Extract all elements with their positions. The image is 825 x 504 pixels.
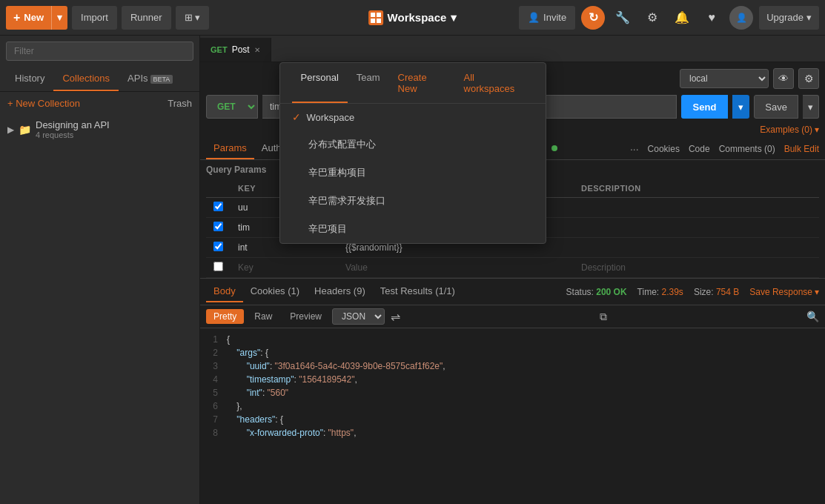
bulk-edit-link[interactable]: Bulk Edit (784, 144, 819, 154)
row-checkbox-3[interactable] (213, 262, 223, 271)
workspace-item-label: Workspace (307, 112, 355, 123)
response-tab-test-results[interactable]: Test Results (1/1) (373, 281, 463, 302)
invite-button[interactable]: 👤 Invite (519, 6, 575, 30)
row-checkbox-1[interactable] (213, 222, 223, 231)
gear-button[interactable]: ⚙ (798, 68, 819, 89)
row-value-3[interactable]: Value (338, 258, 574, 278)
save-response-button[interactable]: Save Response ▾ (749, 287, 819, 297)
copy-button[interactable]: ⧉ (600, 311, 607, 323)
tab-apis[interactable]: APIsBETA (119, 67, 182, 91)
code-line-6: 6 }, (200, 401, 825, 414)
code-line-3: 3 "uuid": "3f0a1646-5a4c-4039-9b0e-8575c… (200, 361, 825, 374)
new-button[interactable]: + New ▾ (6, 6, 67, 30)
trash-button[interactable]: Trash (168, 98, 192, 109)
dropdown-create-new[interactable]: Create New (389, 63, 455, 103)
request-tab-active[interactable]: GET Post ✕ (200, 38, 271, 62)
heart-icon[interactable]: ♥ (700, 6, 723, 30)
new-label: New (24, 12, 44, 23)
comments-link[interactable]: Comments (0) (719, 144, 775, 154)
row-checkbox-0[interactable] (213, 202, 223, 211)
upgrade-label: Upgrade (766, 12, 804, 23)
tab-collections[interactable]: Collections (53, 67, 119, 91)
bell-icon[interactable]: 🔔 (670, 6, 694, 30)
env-selector[interactable]: local (680, 69, 769, 88)
code-line-2: 2 "args": { (200, 348, 825, 361)
workspace-item-2[interactable]: 辛巴重构项目 (280, 159, 546, 187)
avatar[interactable]: 👤 (729, 6, 753, 30)
svg-rect-1 (377, 13, 381, 17)
upgrade-button[interactable]: Upgrade ▾ (759, 6, 819, 30)
tab-history[interactable]: History (6, 67, 53, 91)
params-tab-params[interactable]: Params (206, 138, 254, 159)
runner-button[interactable]: Runner (122, 6, 171, 30)
workspace-item-1[interactable]: 分布式配置中心 (280, 130, 546, 159)
workspace-icon (368, 10, 383, 25)
col-description-header: DESCRIPTION (574, 179, 819, 198)
examples-link[interactable]: Examples (0) ▾ (760, 125, 819, 135)
workspace-item-3[interactable]: 辛巴需求开发接口 (280, 187, 546, 215)
size-label: Size: 754 B (694, 287, 739, 297)
close-tab-icon[interactable]: ✕ (254, 46, 260, 54)
collection-item[interactable]: ▶ 📁 Designing an API 4 requests (0, 115, 199, 144)
workspace-item-4[interactable]: 辛巴项目 (280, 215, 546, 243)
workspace-item-0[interactable]: ✓ Workspace (280, 104, 546, 130)
folder-icon: 📁 (19, 124, 31, 136)
layout-button[interactable]: ⊞ ▾ (176, 6, 210, 30)
response-tab-body[interactable]: Body (206, 281, 243, 302)
response-area: Body Cookies (1) Headers (9) Test Result… (200, 278, 825, 504)
sync-button[interactable]: ↻ (581, 6, 605, 30)
tab-bar: GET Post ✕ (200, 36, 825, 62)
method-selector[interactable]: GET (206, 95, 258, 119)
save-button[interactable]: Save (754, 95, 798, 119)
pretty-button[interactable]: Pretty (206, 309, 244, 324)
row-desc-0[interactable] (574, 198, 819, 218)
dropdown-tab-personal[interactable]: Personal (292, 63, 348, 103)
row-key-3[interactable]: Key (231, 258, 338, 278)
response-tab-headers[interactable]: Headers (9) (307, 281, 373, 302)
send-arrow-button[interactable]: ▾ (732, 95, 749, 119)
size-value: 754 B (716, 287, 739, 297)
sidebar-search (0, 36, 199, 67)
new-collection-button[interactable]: + New Collection (7, 98, 80, 109)
workspace-button[interactable]: Workspace ▾ (368, 10, 457, 25)
dropdown-all-workspaces[interactable]: All workspaces (455, 63, 534, 103)
cookies-code-link[interactable]: Cookies (648, 144, 680, 154)
invite-icon: 👤 (528, 12, 540, 23)
code-link[interactable]: Code (689, 144, 710, 154)
search-response-button[interactable]: 🔍 (806, 311, 819, 322)
code-line-1: 1 { (200, 334, 825, 348)
code-area: 1 { 2 "args": { 3 "uuid": "3f0a1646-5a4c… (200, 328, 825, 504)
workspace-label: Workspace (388, 11, 447, 24)
params-right-actions: ··· Cookies Code Comments (0) Bulk Edit (630, 138, 819, 159)
status-value: 200 OK (596, 287, 626, 297)
format-selector[interactable]: JSON (332, 308, 385, 325)
more-icon[interactable]: ··· (630, 143, 639, 155)
response-tab-cookies[interactable]: Cookies (1) (243, 281, 307, 302)
row-desc-3[interactable]: Description (574, 258, 819, 278)
eye-button[interactable]: 👁 (773, 68, 794, 89)
wrap-button[interactable]: ⇌ (391, 310, 400, 324)
row-desc-1[interactable] (574, 218, 819, 238)
search-input[interactable] (6, 42, 193, 61)
row-checkbox-2[interactable] (213, 242, 223, 251)
dropdown-items: ✓ Workspace 分布式配置中心 辛巴重构项目 辛巴需求开发接口 辛巴项目 (280, 104, 546, 243)
examples-chevron-icon: ▾ (815, 125, 819, 135)
invite-label: Invite (543, 12, 566, 23)
tests-dot (551, 145, 557, 151)
workspace-item-label: 辛巴需求开发接口 (308, 194, 385, 208)
save-response-chevron-icon: ▾ (815, 287, 819, 297)
import-button[interactable]: Import (72, 6, 117, 30)
preview-button[interactable]: Preview (282, 309, 329, 324)
wrench-icon[interactable]: 🔧 (611, 6, 635, 30)
collection-details: Designing an API 4 requests (36, 119, 110, 139)
new-arrow-icon[interactable]: ▾ (52, 6, 67, 30)
collection-name: Designing an API (36, 119, 110, 130)
settings-icon[interactable]: ⚙ (640, 6, 664, 30)
send-button[interactable]: Send (681, 95, 729, 119)
dropdown-header: Personal Team Create New All workspaces (280, 63, 546, 104)
row-desc-2[interactable] (574, 238, 819, 258)
tab-method: GET (211, 45, 228, 54)
raw-button[interactable]: Raw (247, 309, 279, 324)
save-arrow-button[interactable]: ▾ (803, 95, 819, 119)
dropdown-tab-team[interactable]: Team (348, 63, 389, 103)
